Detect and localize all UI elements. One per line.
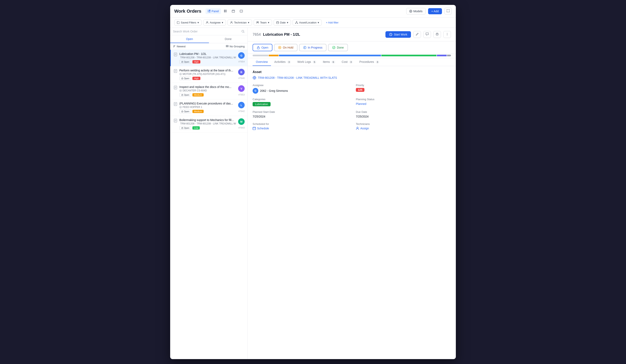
search-icon bbox=[241, 30, 245, 33]
progress-icon bbox=[303, 46, 307, 49]
wo-number: #7654 bbox=[238, 60, 245, 63]
planning-status-value: Planned bbox=[356, 102, 366, 106]
svg-rect-1 bbox=[209, 10, 210, 11]
progress-seg-4 bbox=[381, 55, 436, 56]
tab-panel[interactable]: Panel bbox=[205, 8, 221, 14]
svg-rect-42 bbox=[182, 62, 183, 63]
filter-date[interactable]: Date ▾ bbox=[274, 20, 291, 26]
svg-rect-89 bbox=[253, 127, 256, 130]
cost-badge: 3 bbox=[349, 61, 353, 63]
edit-button[interactable] bbox=[413, 31, 421, 38]
print-icon bbox=[436, 33, 439, 36]
tab-open[interactable]: Open bbox=[170, 35, 209, 43]
svg-rect-56 bbox=[182, 95, 183, 96]
tab-items[interactable]: Items 6 bbox=[319, 58, 338, 66]
filter-team[interactable]: Team ▾ bbox=[254, 20, 272, 26]
wo-badges: Open High bbox=[179, 77, 236, 80]
tab-worklogs[interactable]: Work Logs 5 bbox=[294, 58, 320, 66]
status-inprogress-button[interactable]: In Progress bbox=[299, 44, 327, 51]
tab-done[interactable]: Done bbox=[209, 35, 248, 43]
wo-avatar: L bbox=[238, 102, 245, 108]
wo-asset: FEED HOPPER 1 bbox=[179, 106, 236, 109]
filter-technician[interactable]: Technician ▾ bbox=[228, 20, 252, 26]
filter-assignee[interactable]: Assignee ▾ bbox=[203, 20, 226, 26]
add-filter-button[interactable]: + Add filter bbox=[323, 20, 341, 25]
tab-calendar[interactable] bbox=[230, 8, 237, 14]
svg-rect-34 bbox=[226, 45, 228, 46]
status-done-button[interactable]: Done bbox=[328, 44, 348, 51]
start-work-button[interactable]: Start Work bbox=[386, 31, 411, 38]
team-icon bbox=[256, 21, 259, 24]
wo-item-7642[interactable]: (PLANNING) Execute procedures of das... … bbox=[170, 99, 247, 116]
wo-content: Perform welding activity at the base of … bbox=[179, 69, 236, 80]
assignee-name: 2062 - Greg Simmons bbox=[260, 89, 288, 92]
progress-seg-3 bbox=[279, 55, 381, 56]
svg-rect-5 bbox=[224, 11, 225, 12]
status-onhold-button[interactable]: On Hold bbox=[274, 44, 297, 51]
group-button[interactable]: No Grouping bbox=[226, 45, 245, 48]
svg-rect-0 bbox=[208, 10, 209, 12]
filter-asset[interactable]: Asset/Location ▾ bbox=[293, 20, 322, 26]
search-input[interactable] bbox=[173, 30, 240, 33]
svg-point-25 bbox=[297, 23, 298, 24]
filter-saved[interactable]: Saved Filters ▾ bbox=[174, 20, 202, 26]
status-badge: Open bbox=[179, 93, 191, 97]
progress-section bbox=[248, 54, 456, 58]
lock-icon bbox=[181, 61, 183, 63]
wo-item-7643[interactable]: Boilermaking support to Mechanics for fi… bbox=[170, 116, 247, 132]
tab-activities[interactable]: Activities 3 bbox=[271, 58, 294, 66]
schedule-link[interactable]: Schedule bbox=[253, 127, 348, 130]
wo-content: Boilermaking support to Mechanics for fi… bbox=[179, 118, 236, 130]
category-value: Lubrication bbox=[253, 102, 271, 106]
wo-item-7653[interactable]: Inspect and replace the discs of the mo.… bbox=[170, 83, 247, 99]
map-icon bbox=[240, 10, 243, 13]
wo-item-7640[interactable]: Perform welding activity at the base of … bbox=[170, 66, 247, 83]
wo-number: #7640 bbox=[238, 77, 245, 79]
progress-bar bbox=[253, 55, 451, 56]
svg-rect-3 bbox=[224, 10, 225, 11]
tab-map[interactable] bbox=[238, 8, 245, 14]
svg-rect-4 bbox=[226, 10, 227, 11]
svg-point-18 bbox=[258, 22, 259, 23]
asset-section: Asset TRM-801208 - TRM-801208 - LINK TRE… bbox=[253, 70, 451, 80]
status-badge: Open bbox=[179, 77, 191, 80]
svg-point-74 bbox=[447, 33, 447, 34]
asset-link[interactable]: TRM-801208 - TRM-801208 - LINK TREADMILL… bbox=[253, 76, 451, 80]
models-button[interactable]: Models bbox=[406, 8, 426, 14]
priority-value: 125 bbox=[356, 88, 364, 92]
wo-title: Perform welding activity at the base of … bbox=[179, 69, 236, 72]
tab-overview[interactable]: Overview bbox=[253, 58, 271, 66]
assign-link[interactable]: Assign bbox=[356, 127, 451, 130]
items-badge: 6 bbox=[331, 61, 335, 63]
wo-number: #7643 bbox=[238, 126, 245, 129]
due-date-label: Due Date bbox=[356, 110, 451, 114]
lock-icon bbox=[181, 77, 183, 79]
tab-procedures[interactable]: Procedures 3 bbox=[356, 58, 383, 66]
detail-tabs: Overview Activities 3 Work Logs 5 Items … bbox=[248, 58, 456, 66]
priority-badge: High bbox=[193, 77, 200, 80]
detail-header: 7654 Lubrication PM - 1/2L Start Work bbox=[248, 28, 456, 41]
comment-button[interactable] bbox=[423, 31, 431, 38]
list-controls: Newest No Grouping bbox=[170, 43, 247, 50]
planned-start-field: Planned Start Date 7/25/2024 bbox=[253, 110, 348, 118]
expand-button[interactable] bbox=[444, 8, 452, 14]
more-options-button[interactable] bbox=[443, 31, 451, 38]
planned-start-label: Planned Start Date bbox=[253, 110, 348, 114]
svg-point-48 bbox=[180, 74, 181, 75]
tab-grid[interactable] bbox=[222, 8, 229, 14]
wo-title: (PLANNING) Execute procedures of das... bbox=[179, 102, 236, 105]
svg-rect-2 bbox=[209, 11, 210, 12]
edit-icon bbox=[416, 33, 419, 36]
wo-item-7654[interactable]: Lubrication PM - 1/2L TRM-801208 - TRM-8… bbox=[170, 50, 247, 66]
add-button[interactable]: + Add bbox=[428, 8, 442, 14]
print-button[interactable] bbox=[433, 31, 441, 38]
tab-cost[interactable]: Cost 3 bbox=[339, 58, 356, 66]
sort-button[interactable]: Newest bbox=[173, 45, 186, 48]
svg-point-62 bbox=[180, 107, 181, 108]
page-title: Work Orders bbox=[174, 8, 201, 14]
wo-avatar: M bbox=[238, 118, 245, 125]
asset-small-icon bbox=[179, 73, 182, 75]
wo-asset: TRM-801208 - TRM-801208 - LINK TREADMILL… bbox=[179, 56, 236, 59]
status-open-button[interactable]: Open bbox=[253, 44, 273, 51]
wo-avatar: G bbox=[238, 52, 245, 59]
